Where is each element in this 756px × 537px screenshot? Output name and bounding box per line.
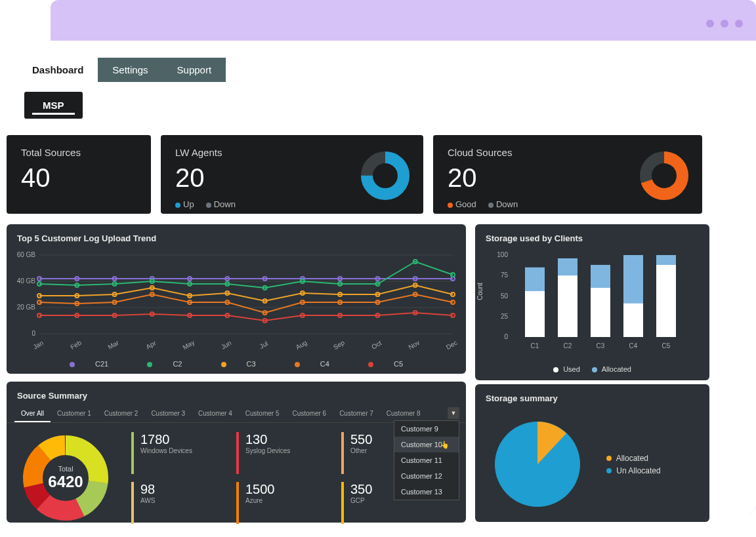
svg-text:Jan: Jan (32, 339, 45, 351)
pie-legend-unalloc: Un Allocated (616, 466, 660, 475)
summary-stat: 130Syslog Devices (236, 432, 328, 474)
chevron-down-icon: ▼ (451, 410, 457, 416)
summary-tab-c5[interactable]: Customer 5 (239, 406, 286, 422)
stat-value: 98 (140, 482, 223, 497)
svg-rect-99 (623, 304, 643, 337)
svg-rect-90 (525, 291, 545, 337)
storage-summary-title: Storage summary (475, 384, 709, 408)
summary-stat: 1500Azure (236, 482, 328, 524)
svg-text:C1: C1 (531, 342, 539, 349)
svg-text:Aug: Aug (295, 339, 308, 351)
window-dot-icon (706, 20, 714, 28)
legend-dot-icon (448, 203, 453, 208)
panel-source-summary: Source Summary Over All Customer 1 Custo… (7, 382, 466, 523)
summary-cards-row: Total Sources 40 LW Agents 20 Up Down Cl… (7, 135, 702, 214)
legend-dot-icon (175, 203, 180, 208)
summary-tabs-overflow-button[interactable]: ▼ (448, 407, 459, 419)
svg-text:0: 0 (32, 330, 35, 337)
svg-text:0: 0 (504, 333, 508, 340)
svg-text:Oct: Oct (370, 339, 383, 350)
tab-settings[interactable]: Settings (98, 58, 162, 82)
summary-stat: 1780Windows Devices (131, 432, 223, 474)
lw-donut-chart (359, 149, 411, 202)
main-tabs: Dashboard Settings Support (18, 58, 226, 82)
storage-summary-legend: Allocated Un Allocated (606, 450, 661, 479)
legend-c5: C5 (394, 360, 403, 368)
summary-tab-c1[interactable]: Customer 1 (51, 406, 98, 422)
trend-line-chart: 020 GB40 GB60 GBJanFebMarAprMayJunJulAug… (13, 249, 459, 353)
summary-tab-c4[interactable]: Customer 4 (192, 406, 239, 422)
storage-summary-pie (488, 415, 587, 513)
sub-tab-msp[interactable]: MSP (24, 92, 83, 119)
panel-log-upload-trend: Top 5 Customer Log Upload Trend 020 GB40… (7, 224, 466, 374)
svg-text:40 GB: 40 GB (17, 277, 36, 285)
storage-clients-title: Storage used by Clients (475, 224, 709, 249)
stat-value: 130 (245, 432, 328, 447)
svg-text:75: 75 (501, 271, 509, 279)
stat-label: Azure (245, 497, 328, 504)
svg-text:Mar: Mar (107, 339, 121, 351)
summary-tab-overall[interactable]: Over All (14, 406, 51, 422)
legend-dot-icon (488, 203, 494, 208)
legend-c21: C21 (95, 360, 108, 368)
lw-legend-up: Up (183, 199, 194, 209)
stat-label: Windows Devices (140, 447, 223, 454)
svg-text:60 GB: 60 GB (17, 251, 36, 258)
lw-legend-down: Down (214, 199, 236, 209)
dropdown-item-c9[interactable]: Customer 9 (394, 421, 459, 437)
summary-total-value: 6420 (48, 473, 83, 491)
dropdown-item-c12[interactable]: Customer 12 (394, 468, 459, 484)
summary-tab-c3[interactable]: Customer 3 (144, 406, 192, 422)
svg-text:Jun: Jun (220, 339, 232, 351)
cursor-icon: 👆 (440, 441, 450, 449)
dropdown-item-c13[interactable]: Customer 13 (394, 484, 459, 500)
svg-text:C3: C3 (597, 342, 605, 349)
stat-label: AWS (140, 497, 223, 504)
window-dot-icon (721, 20, 728, 28)
summary-donut-center: Total 6420 (20, 432, 112, 524)
svg-text:Feb: Feb (69, 339, 83, 351)
cloud-legend-down: Down (496, 199, 518, 209)
stat-label: Syslog Devices (245, 447, 328, 454)
summary-total-label: Total (58, 465, 73, 473)
storage-legend-used: Used (563, 365, 580, 373)
svg-text:Sep: Sep (332, 339, 346, 351)
svg-text:Nov: Nov (408, 339, 421, 351)
svg-text:C5: C5 (662, 342, 671, 349)
window-dot-icon (735, 20, 743, 28)
summary-customer-tabs: Over All Customer 1 Customer 2 Customer … (7, 406, 466, 423)
panel-storage-clients: Storage used by Clients Count 0255075100… (475, 224, 709, 380)
card-total-sources: Total Sources 40 (7, 135, 151, 214)
summary-tab-c2[interactable]: Customer 2 (98, 406, 145, 422)
cloud-donut-chart (638, 149, 690, 202)
summary-stat-grid: 1780Windows Devices130Syslog Devices550O… (131, 432, 433, 524)
svg-rect-96 (591, 288, 610, 337)
window-controls (706, 20, 743, 28)
summary-tab-c6[interactable]: Customer 6 (285, 406, 333, 422)
tab-dashboard[interactable]: Dashboard (18, 58, 98, 82)
legend-c3: C3 (247, 360, 256, 368)
pie-legend-alloc: Allocated (616, 454, 648, 463)
legend-c2: C2 (173, 360, 182, 368)
svg-rect-102 (656, 265, 676, 337)
stat-value: 1780 (140, 432, 223, 447)
summary-stat: 98AWS (131, 482, 223, 524)
storage-bar-chart: 0255075100C1C2C3C4C5 (486, 249, 696, 353)
svg-rect-93 (558, 275, 578, 337)
cloud-legend-good: Good (455, 199, 476, 209)
dropdown-item-c11[interactable]: Customer 11 (394, 452, 459, 468)
svg-text:C2: C2 (564, 342, 572, 349)
svg-text:50: 50 (501, 292, 509, 300)
summary-title: Source Summary (7, 382, 466, 406)
svg-text:Dec: Dec (445, 339, 459, 351)
total-sources-title: Total Sources (21, 147, 136, 158)
stat-value: 1500 (245, 482, 328, 497)
summary-overflow-menu: Customer 9 Customer 10 Customer 11 Custo… (394, 420, 459, 500)
panel-storage-summary: Storage summary Allocated Un Allocated (475, 384, 709, 522)
summary-tab-c7[interactable]: Customer 7 (333, 406, 380, 422)
tab-support[interactable]: Support (163, 58, 226, 82)
legend-c4: C4 (320, 360, 329, 368)
svg-text:C4: C4 (629, 342, 638, 349)
card-cloud-sources: Cloud Sources 20 Good Down (433, 135, 702, 214)
storage-bar-chart-container: Count 0255075100C1C2C3C4C5 (475, 249, 709, 363)
